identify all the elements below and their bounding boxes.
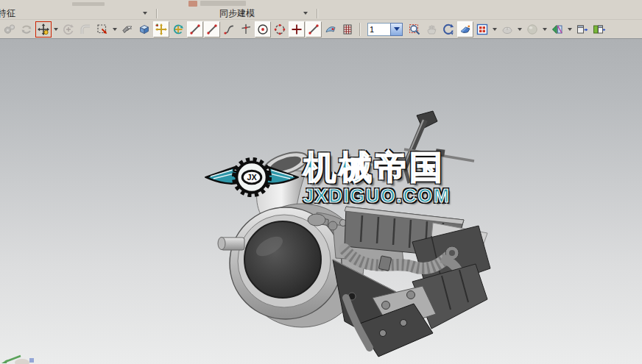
move-object-icon[interactable] xyxy=(153,21,169,38)
point-axis-icon[interactable] xyxy=(238,21,254,38)
rotate-view-icon[interactable] xyxy=(440,21,456,38)
dropdown-arrow-icon[interactable] xyxy=(568,28,572,31)
winged-gear-logo-icon: JX xyxy=(205,153,299,204)
dropdown-arrow-icon xyxy=(394,27,400,31)
circle-center-icon[interactable] xyxy=(255,21,271,38)
dropdown-arrow-icon[interactable] xyxy=(543,28,547,31)
shaded-view-icon[interactable] xyxy=(457,21,473,38)
face-region-icon[interactable] xyxy=(322,21,339,38)
new-window-icon[interactable] xyxy=(574,21,590,38)
logo-monogram: JX xyxy=(247,173,257,182)
circle-dashed-icon[interactable] xyxy=(272,21,288,38)
snap-point-icon[interactable] xyxy=(549,21,565,38)
view-layout-icon[interactable] xyxy=(474,21,490,38)
plus-icon[interactable] xyxy=(289,21,305,38)
gears-icon[interactable] xyxy=(1,21,18,38)
dropdown-arrow-icon[interactable] xyxy=(518,28,522,31)
combobox-dropdown-button[interactable] xyxy=(390,23,403,36)
line-angle-icon[interactable] xyxy=(306,21,322,38)
main-toolbar xyxy=(0,19,642,39)
synchronous-modeling-toolbar-caption: 同步建模 xyxy=(160,7,314,19)
select-region-icon[interactable] xyxy=(94,21,110,38)
linked-body-icon[interactable] xyxy=(136,21,152,38)
rotate-object-icon[interactable] xyxy=(170,21,186,38)
true-shading-icon[interactable] xyxy=(524,21,540,38)
watermark-url: JXDIGUO.COM xyxy=(303,185,451,207)
synchronous-modeling-group-label: 同步建模 xyxy=(219,7,255,20)
render-style-icon[interactable] xyxy=(499,21,515,38)
numeric-combobox xyxy=(367,23,403,36)
swap-arrows-icon[interactable] xyxy=(18,21,35,38)
dropdown-arrow-icon[interactable] xyxy=(143,12,147,15)
move-face-icon[interactable] xyxy=(35,21,52,38)
view-triad-icon xyxy=(0,354,44,364)
cad-application-window: 特征 同步建模 xyxy=(0,0,642,364)
watermark-title: 机械帝国 xyxy=(303,151,451,184)
dropdown-arrow-icon[interactable] xyxy=(493,28,497,31)
dropdown-arrow-icon[interactable] xyxy=(54,28,58,31)
mounting-bracket xyxy=(333,260,487,357)
pull-face-icon[interactable] xyxy=(77,21,94,38)
numeric-combobox-input[interactable] xyxy=(367,23,390,36)
clipped-ui-fragment xyxy=(72,2,105,6)
line-icon[interactable] xyxy=(187,21,203,38)
features-group-label: 特征 xyxy=(0,7,15,20)
watermark: JX 机械帝国 JXDIGUO.COM xyxy=(205,151,451,207)
toolbar-separator xyxy=(359,23,361,36)
tile-windows-icon[interactable] xyxy=(591,21,607,38)
features-toolbar-caption: 特征 xyxy=(0,7,153,19)
toolbar-caption-row: 特征 同步建模 xyxy=(0,7,642,19)
rotate-face-icon[interactable] xyxy=(60,21,77,38)
zoom-icon[interactable] xyxy=(406,21,423,38)
clipped-label-fragment xyxy=(200,1,246,6)
clipped-icon-fragment xyxy=(188,1,197,7)
dropdown-arrow-icon[interactable] xyxy=(113,28,117,31)
pan-icon[interactable] xyxy=(423,21,440,38)
line-point-icon[interactable] xyxy=(204,21,220,38)
grid-icon[interactable] xyxy=(339,21,356,38)
arc-icon[interactable] xyxy=(221,21,237,38)
clipped-toolbar-row xyxy=(0,0,642,7)
toolbar-separator xyxy=(156,9,158,18)
delete-face-icon[interactable] xyxy=(119,21,135,38)
toolbar-separator xyxy=(317,9,318,18)
graphics-viewport[interactable]: JX 机械帝国 JXDIGUO.COM xyxy=(0,38,642,364)
dropdown-arrow-icon[interactable] xyxy=(303,12,308,15)
